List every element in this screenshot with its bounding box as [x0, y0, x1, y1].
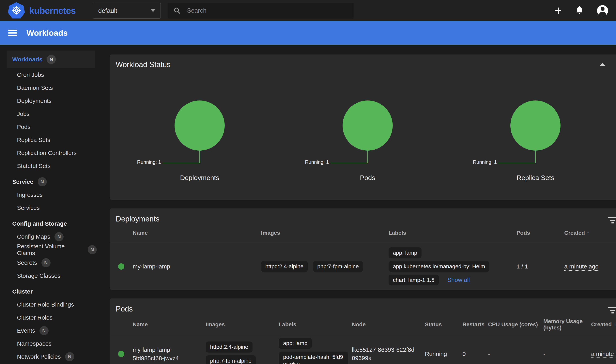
filter-icon[interactable] — [608, 217, 616, 225]
app-bar: Workloads — [0, 21, 616, 45]
pod-labels: app: lamp pod-template-hash: 5fd985cf68 — [279, 338, 352, 364]
sidebar-item-cluster-roles[interactable]: Cluster Roles — [0, 311, 97, 324]
sidebar-item-daemon-sets[interactable]: Daemon Sets — [0, 81, 97, 94]
label-chip: app: lamp — [279, 338, 312, 349]
notifications-bell-icon[interactable] — [574, 5, 585, 16]
label-chip: chart: lamp-1.1.5 — [389, 274, 439, 286]
new-badge: N — [54, 232, 64, 241]
pod-node: lke55127-86393-622f8d09399a — [352, 346, 419, 362]
col-images[interactable]: Images — [261, 230, 389, 236]
col-created[interactable]: Created↑ — [591, 321, 616, 328]
sidebar-item-network-policies[interactable]: Network Policies N — [0, 350, 97, 363]
top-bar: ☸ kubernetes default + — [0, 0, 616, 21]
workload-status-title: Workload Status — [116, 60, 616, 69]
filter-icon[interactable] — [608, 307, 616, 315]
kubernetes-logo-icon: ☸ — [8, 2, 25, 19]
pie-callout: Running: 1 — [473, 159, 497, 165]
sidebar-item-deployments[interactable]: Deployments — [0, 94, 97, 107]
sidebar-item-stateful-sets[interactable]: Stateful Sets — [0, 159, 97, 172]
workload-status-card: Workload Status Running: 1 Deployments R… — [110, 54, 616, 200]
sidebar-item-ingresses[interactable]: Ingresses — [0, 188, 97, 201]
col-memory[interactable]: Memory Usage (bytes) — [543, 318, 591, 331]
pod-created[interactable]: a minute ago — [591, 351, 616, 357]
sidebar-item-replication-controllers[interactable]: Replication Controllers — [0, 146, 97, 159]
sidebar-item-namespaces[interactable]: Namespaces — [0, 337, 97, 350]
new-badge: N — [41, 258, 51, 267]
pie-callout: Running: 1 — [137, 159, 161, 165]
menu-hamburger-icon[interactable] — [8, 28, 17, 38]
sidebar-section-cluster: Cluster — [0, 285, 97, 298]
account-avatar-icon[interactable] — [597, 5, 608, 16]
col-labels[interactable]: Labels — [279, 321, 352, 328]
sidebar-item-cron-jobs[interactable]: Cron Jobs — [0, 68, 97, 81]
sidebar-item-secrets[interactable]: Secrets N — [0, 256, 97, 269]
deployment-created[interactable]: a minute ago — [564, 263, 616, 270]
pod-table-row[interactable]: my-lamp-lamp-5fd985cf68-jwvz4 httpd:2.4-… — [110, 336, 616, 364]
col-created[interactable]: Created↑ — [564, 230, 616, 236]
sidebar-item-services[interactable]: Services — [0, 201, 97, 214]
pod-name-link[interactable]: my-lamp-lamp-5fd985cf68-jwvz4 — [133, 345, 206, 363]
chevron-down-icon — [151, 9, 155, 12]
new-badge: N — [39, 326, 49, 335]
col-status[interactable]: Status — [425, 321, 462, 328]
page-title: Workloads — [26, 28, 68, 38]
pod-memory-usage: - — [543, 351, 591, 357]
sidebar-item-events[interactable]: Events N — [0, 324, 97, 337]
pod-restarts: 0 — [462, 351, 488, 357]
new-badge: N — [38, 177, 47, 186]
main-content: Workload Status Running: 1 Deployments R… — [97, 45, 616, 364]
col-restarts[interactable]: Restarts — [462, 321, 488, 328]
label-chip: app: lamp — [389, 247, 421, 258]
image-chip: php:7-fpm-alpine — [313, 261, 363, 272]
sidebar-item-cluster-role-bindings[interactable]: Cluster Role Bindings — [0, 298, 97, 311]
namespace-selector[interactable]: default — [92, 3, 161, 19]
pods-pie-chart: Running: 1 Pods — [284, 101, 451, 185]
col-name[interactable]: Name — [133, 230, 261, 236]
image-chip: httpd:2.4-alpine — [206, 341, 252, 352]
sort-ascending-icon: ↑ — [614, 321, 616, 327]
sidebar-nav: Workloads N Cron Jobs Daemon Sets Deploy… — [0, 45, 97, 364]
new-badge: N — [88, 245, 97, 254]
pods-title: Pods — [110, 305, 616, 313]
sidebar-item-storage-classes[interactable]: Storage Classes — [0, 269, 97, 282]
new-badge: N — [65, 352, 74, 361]
col-node[interactable]: Node — [352, 321, 425, 328]
pod-images: httpd:2.4-alpine php:7-fpm-alpine — [206, 341, 279, 364]
pie-running — [342, 101, 393, 151]
deployments-pie-chart: Running: 1 Deployments — [116, 101, 284, 185]
sidebar-item-pods[interactable]: Pods — [0, 120, 97, 133]
col-cpu[interactable]: CPU Usage (cores) — [488, 321, 543, 328]
replica-sets-pie-chart: Running: 1 Replica Sets — [452, 101, 616, 185]
create-resource-button[interactable]: + — [555, 4, 562, 17]
sidebar-item-config-maps[interactable]: Config Maps N — [0, 230, 97, 243]
new-badge: N — [47, 55, 56, 64]
deployments-table-header: Name Images Labels Pods Created↑ — [110, 223, 616, 243]
sidebar-item-workloads[interactable]: Workloads N — [7, 51, 95, 68]
col-images[interactable]: Images — [206, 321, 279, 328]
sidebar-item-persistent-volume-claims[interactable]: Persistent Volume Claims N — [0, 243, 97, 256]
image-chip: php:7-fpm-alpine — [206, 355, 256, 364]
deployment-table-row[interactable]: my-lamp-lamp httpd:2.4-alpine php:7-fpm-… — [110, 243, 616, 290]
deployment-images: httpd:2.4-alpine php:7-fpm-alpine — [261, 261, 389, 272]
col-labels[interactable]: Labels — [389, 230, 516, 236]
pie-caption: Replica Sets — [452, 174, 616, 182]
sidebar-item-jobs[interactable]: Jobs — [0, 107, 97, 120]
sidebar-item-replica-sets[interactable]: Replica Sets — [0, 133, 97, 146]
pie-running — [510, 101, 561, 151]
show-all-link[interactable]: Show all — [447, 276, 470, 283]
pod-status: Running — [425, 351, 462, 357]
deployment-name-link[interactable]: my-lamp-lamp — [133, 263, 261, 270]
pod-cpu-usage: - — [488, 351, 543, 357]
collapse-chevron-up-icon[interactable] — [599, 63, 605, 66]
label-chip: app.kubernetes.io/managed-by: Helm — [389, 261, 489, 272]
sidebar-item-service[interactable]: Service N — [0, 175, 97, 188]
pie-callout: Running: 1 — [305, 159, 329, 165]
col-name[interactable]: Name — [133, 321, 206, 328]
search-icon — [173, 7, 181, 15]
search-bar[interactable] — [168, 3, 354, 19]
deployment-pods-count: 1 / 1 — [516, 263, 564, 270]
label-chip: pod-template-hash: 5fd985cf68 — [279, 351, 348, 364]
search-input[interactable] — [187, 7, 341, 14]
col-pods[interactable]: Pods — [516, 230, 564, 236]
deployments-card: Deployments Name Images Labels Pods Crea… — [110, 208, 616, 290]
